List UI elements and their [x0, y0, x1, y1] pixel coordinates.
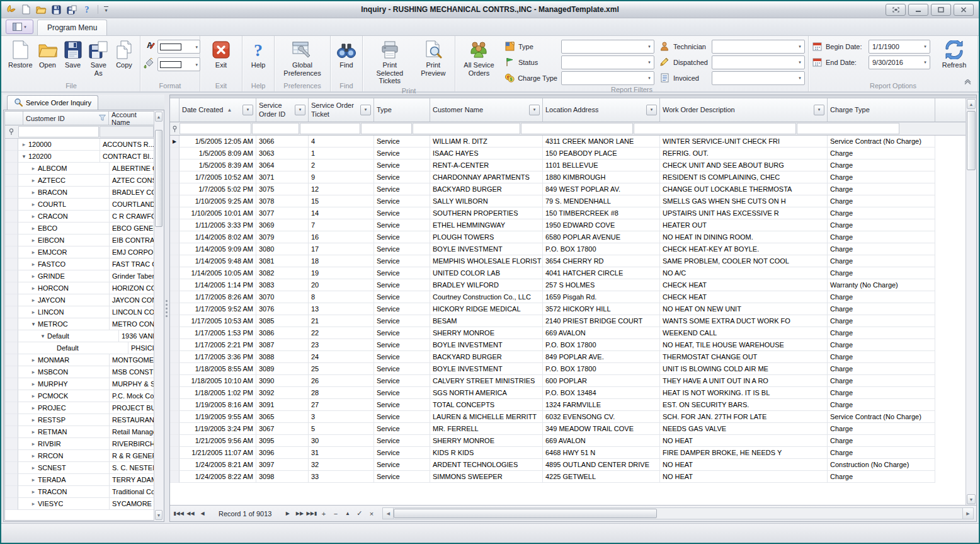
cell-type[interactable]: Service — [374, 183, 430, 195]
scroll-up-icon[interactable]: ▲ — [967, 99, 976, 109]
tree-cell-account-name[interactable]: Retail Manage... — [110, 426, 154, 438]
cell-type[interactable]: Service — [374, 267, 430, 279]
cell-charge-type[interactable]: Charge — [828, 375, 935, 387]
account-name-filter-input[interactable] — [100, 126, 154, 137]
cell-charge-type[interactable]: Charge — [828, 195, 935, 207]
column-header-charge-type[interactable]: Charge Type — [828, 98, 935, 122]
cell-type[interactable]: Service — [374, 207, 430, 219]
tree-row[interactable]: ▸TERADATERRY ADAMS... — [5, 474, 154, 486]
cell-customer-name[interactable]: SALLY WILBORN — [430, 195, 543, 207]
tree-row[interactable]: ▸MSBCONMSB CONSTR... — [5, 366, 154, 378]
tree-cell-customer-id[interactable]: ▸VIESYC — [18, 498, 110, 510]
nav-first-icon[interactable]: ▮◀◀ — [173, 508, 184, 519]
cell-location-address[interactable]: 600 POPLAR — [543, 375, 660, 387]
table-row[interactable]: 1/17/2005 10:53 AM308521ServiceBESAM2140… — [170, 315, 966, 327]
cell-work-order-description[interactable]: NEEDS GAS VALVE — [660, 423, 828, 435]
cell-location-address[interactable]: 3654 CHERRY RD — [543, 255, 660, 267]
column-header-customer-name[interactable]: Customer Name▾ — [430, 98, 543, 122]
cell-service-order-id[interactable]: 3090 — [256, 375, 309, 387]
expand-arrow-icon[interactable]: ▸ — [29, 417, 38, 423]
cell-type[interactable]: Service — [374, 136, 430, 148]
tree-row[interactable]: ▸PROJECPROJECT BUIL... — [5, 402, 154, 414]
expand-arrow-icon[interactable]: ▸ — [20, 141, 28, 148]
nav-next-page-icon[interactable]: ▶▶ — [294, 508, 305, 519]
tree-row[interactable]: ▾120200CONTRACT BI... — [5, 151, 154, 163]
tree-row[interactable]: ▸MURPHYMURPHY & SO... — [5, 378, 154, 390]
tree-cell-customer-id[interactable]: ▸PROJEC — [18, 402, 110, 414]
cell-service-order-id[interactable]: 3096 — [256, 447, 309, 459]
filter-cell-filler[interactable] — [900, 123, 966, 134]
tree-cell-account-name[interactable]: ALBERTINE C... — [110, 163, 154, 175]
cell-work-order-description[interactable]: REFRIG. OUT. — [660, 148, 828, 159]
expand-arrow-icon[interactable]: ▸ — [29, 261, 38, 267]
tree-row[interactable]: ▸ALBCOMALBERTINE C... — [5, 163, 154, 175]
cell-work-order-description[interactable]: HEAT IS NOT WORKING. IT IS BL — [660, 387, 828, 399]
cell-type[interactable]: Service — [374, 243, 430, 255]
cell-type[interactable]: Service — [374, 339, 430, 351]
tree-row[interactable]: ▸JAYCONJAYCON CON... — [5, 294, 154, 306]
table-row[interactable]: 1/18/2005 1:02 PM309228ServiceSGS NORTH … — [170, 387, 966, 399]
cell-service-order-ticket[interactable]: 17 — [309, 243, 374, 255]
cell-customer-name[interactable]: SHERRY MONROE — [430, 435, 543, 447]
cell-customer-name[interactable]: ETHEL HEMMINGWAY — [430, 219, 543, 231]
cell-work-order-description[interactable]: WEEKEND CALL — [660, 327, 828, 339]
expand-arrow-icon[interactable]: ▸ — [29, 273, 38, 279]
cell-date-created[interactable]: 1/24/2005 8:21 AM — [179, 459, 256, 471]
cell-date-created[interactable]: 1/17/2005 2:21 PM — [179, 339, 256, 351]
tree-row[interactable]: ▾Default1936 VANDER... — [5, 330, 154, 342]
cell-service-order-id[interactable]: 3095 — [256, 435, 309, 447]
tree-cell-account-name[interactable]: RIVERBIRCH ... — [110, 438, 154, 450]
cell-location-address[interactable]: 4225 GETWELL — [543, 471, 660, 483]
cell-service-order-id[interactable]: 3064 — [256, 159, 309, 171]
cell-date-created[interactable]: 1/14/2005 8:02 AM — [179, 231, 256, 243]
tree-cell-customer-id[interactable]: ▸SCNEST — [18, 462, 110, 474]
cell-customer-name[interactable]: BRADLEY WILFORD — [430, 279, 543, 291]
cell-type[interactable]: Service — [374, 387, 430, 399]
tree-row[interactable]: ▸SCNESTS. C. NESTEL ... — [5, 462, 154, 474]
column-header-type[interactable]: Type — [374, 98, 430, 122]
table-row[interactable]: 1/18/2005 10:10 AM309026ServiceCALVERY S… — [170, 375, 966, 387]
cell-service-order-ticket[interactable]: 30 — [309, 435, 374, 447]
scroll-thumb[interactable] — [155, 130, 162, 227]
tree-row[interactable]: DefaultPHSICIANS D... — [5, 342, 154, 354]
tree-cell-customer-id[interactable]: ▸120000 — [18, 139, 100, 151]
help-icon[interactable]: ? — [81, 4, 92, 15]
expand-arrow-icon[interactable]: ▸ — [29, 357, 38, 363]
tree-cell-customer-id[interactable]: ▸HORCON — [18, 282, 110, 294]
collapse-ribbon-icon[interactable] — [964, 76, 972, 88]
tree-cell-customer-id[interactable]: ▸COURTL — [18, 199, 110, 211]
cell-date-created[interactable]: 1/21/2005 11:07 AM — [179, 447, 256, 459]
cell-location-address[interactable]: 4041 HATCHER CIRCLE — [543, 267, 660, 279]
cell-service-order-ticket[interactable]: 31 — [309, 447, 374, 459]
cell-location-address[interactable]: 349 MEADOW TRAIL COVE — [543, 423, 660, 435]
table-row[interactable]: 1/19/2005 9:55 AM30653ServiceLAUREN & MI… — [170, 411, 966, 423]
cell-work-order-description[interactable]: UPSTAIRS UNIT HAS EXCESSIVE R — [660, 207, 828, 219]
cell-charge-type[interactable]: Charge — [828, 267, 935, 279]
cell-work-order-description[interactable]: NO HEAT IN DINING ROOM. — [660, 231, 828, 243]
filter-cell-service-order-ticket[interactable] — [300, 123, 360, 134]
cell-customer-name[interactable]: ISAAC HAYES — [430, 148, 543, 159]
cell-charge-type[interactable]: Charge — [828, 351, 935, 363]
tree-row[interactable]: ▸PCMOCKP.C. Mock Con... — [5, 390, 154, 402]
cell-type[interactable]: Service — [374, 363, 430, 375]
tree-cell-account-name[interactable]: LINCOLN CON... — [110, 306, 154, 318]
nav-last-icon[interactable]: ▶▶▮ — [306, 508, 317, 519]
tree-cell-account-name[interactable]: S. C. NESTEL ... — [110, 462, 154, 474]
tab-program-menu[interactable]: Program Menu — [37, 20, 107, 35]
cell-customer-name[interactable]: HICKORY RIDGE MEDICAL — [430, 303, 543, 315]
tree-cell-account-name[interactable]: MURPHY & SO... — [110, 378, 154, 390]
cell-charge-type[interactable]: Charge — [828, 435, 935, 447]
collapse-arrow-icon[interactable]: ▾ — [20, 153, 28, 159]
all-service-orders-button[interactable]: All Sevice Orders — [459, 38, 499, 78]
cell-type[interactable]: Service — [374, 219, 430, 231]
cell-type[interactable]: Service — [374, 411, 430, 423]
tree-row[interactable]: ▸RESTSPRESTAURANT ... — [5, 414, 154, 426]
save-as-button[interactable]: Save As — [86, 38, 111, 78]
cell-service-order-ticket[interactable]: 4 — [309, 136, 374, 148]
expand-arrow-icon[interactable]: ▸ — [29, 297, 38, 303]
cell-work-order-description[interactable]: CHECK UNIT AND SEE ABOUT BURG — [660, 159, 828, 171]
tree-cell-account-name[interactable]: TERRY ADAMS... — [110, 474, 154, 486]
cell-customer-name[interactable]: BOYLE INVESTMENT — [430, 243, 543, 255]
cell-location-address[interactable]: 257 S HOLMES — [543, 279, 660, 291]
expand-arrow-icon[interactable]: ▸ — [29, 405, 38, 411]
